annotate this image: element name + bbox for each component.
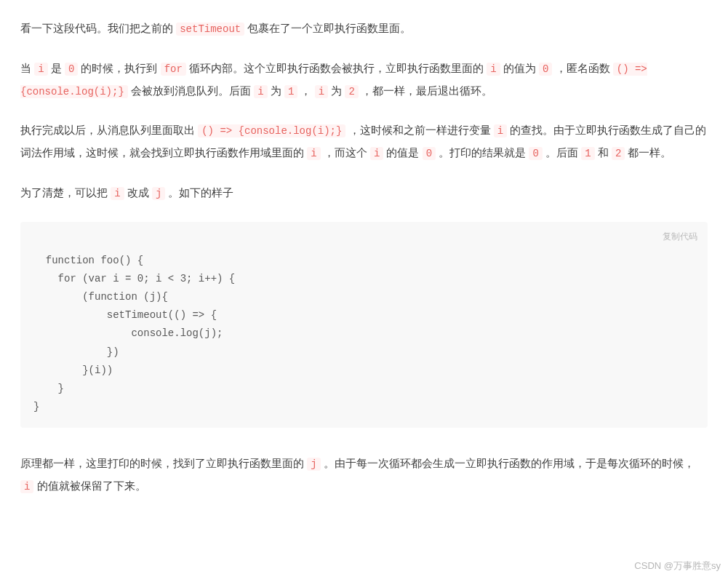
copy-code-button[interactable]: 复制代码 bbox=[663, 229, 697, 245]
text: 。打印的结果就是 bbox=[436, 146, 529, 159]
text: 的值为 bbox=[500, 62, 539, 74]
inline-code: i bbox=[34, 63, 47, 76]
paragraph-3: 执行完成以后，从消息队列里面取出 () => {console.log(i);}… bbox=[20, 119, 708, 164]
inline-code: () => {console.log(i);} bbox=[198, 124, 345, 137]
text: ， bbox=[297, 84, 314, 97]
text: 。由于每一次循环都会生成一立即执行函数的作用域，于是每次循环的时候， bbox=[321, 457, 695, 469]
paragraph-5: 原理都一样，这里打印的时候，找到了立即执行函数里面的 j 。由于每一次循环都会生… bbox=[20, 453, 708, 498]
text: 为 bbox=[268, 84, 284, 97]
inline-code: i bbox=[487, 63, 500, 76]
text: 的时候，执行到 bbox=[78, 62, 160, 74]
inline-code: 0 bbox=[423, 147, 436, 160]
text: 为 bbox=[328, 84, 345, 97]
text: ，而这个 bbox=[321, 146, 370, 159]
code-block: 复制代码function foo() { for (var i = 0; i <… bbox=[20, 222, 708, 428]
inline-code: i bbox=[111, 187, 124, 200]
inline-code: 0 bbox=[65, 63, 78, 76]
text: ，匿名函数 bbox=[552, 62, 612, 74]
text: 原理都一样，这里打印的时候，找到了立即执行函数里面的 bbox=[20, 457, 307, 469]
inline-code: 2 bbox=[612, 147, 625, 160]
text: 会被放到消息队列。后面 bbox=[128, 84, 254, 97]
inline-code: 1 bbox=[284, 85, 297, 98]
inline-code: 1 bbox=[581, 147, 594, 160]
text: 。如下的样子 bbox=[165, 186, 233, 199]
text: 都一样。 bbox=[625, 146, 671, 159]
text: 当 bbox=[20, 62, 34, 74]
text: ，这时候和之前一样进行变量 bbox=[345, 124, 493, 136]
paragraph-2: 当 i 是 0 的时候，执行到 for 循环内部。这个立即执行函数会被执行，立即… bbox=[20, 57, 708, 103]
inline-code: for bbox=[161, 63, 186, 76]
inline-code: i bbox=[315, 85, 328, 98]
inline-code: 0 bbox=[529, 147, 542, 160]
text: 的值就被保留了下来。 bbox=[33, 479, 145, 492]
inline-code: i bbox=[370, 147, 383, 160]
inline-code: j bbox=[307, 458, 320, 471]
inline-code: 2 bbox=[345, 85, 358, 98]
text: ，都一样，最后退出循环。 bbox=[359, 84, 492, 97]
text: 看一下这段代码。我们把之前的 bbox=[20, 22, 176, 34]
inline-code: setTimeout bbox=[176, 23, 244, 36]
text: 是 bbox=[48, 62, 65, 74]
inline-code: i bbox=[254, 85, 267, 98]
inline-code: i bbox=[20, 480, 33, 493]
paragraph-1: 看一下这段代码。我们把之前的 setTimeout 包裹在了一个立即执行函数里面… bbox=[20, 17, 708, 40]
inline-code: i bbox=[307, 147, 320, 160]
paragraph-4: 为了清楚，可以把 i 改成 j 。如下的样子 bbox=[20, 182, 708, 204]
text: 。后面 bbox=[543, 146, 581, 159]
text: 的值是 bbox=[383, 146, 422, 159]
text: 为了清楚，可以把 bbox=[20, 186, 111, 199]
text: 包裹在了一个立即执行函数里面。 bbox=[244, 22, 411, 34]
inline-code: 0 bbox=[539, 63, 552, 76]
code-content: function foo() { for (var i = 0; i < 3; … bbox=[33, 255, 235, 413]
text: 改成 bbox=[124, 186, 152, 199]
inline-code: j bbox=[152, 187, 165, 200]
text: 和 bbox=[595, 146, 612, 159]
inline-code: i bbox=[494, 124, 507, 137]
text: 执行完成以后，从消息队列里面取出 bbox=[20, 124, 198, 136]
text: 循环内部。这个立即执行函数会被执行，立即执行函数里面的 bbox=[186, 62, 487, 74]
